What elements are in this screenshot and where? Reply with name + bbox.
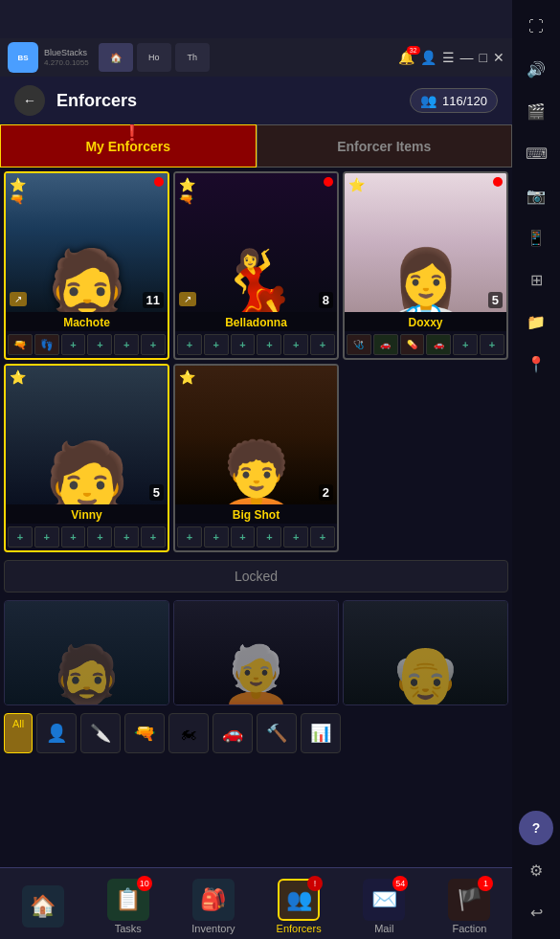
- help-icon[interactable]: ?: [519, 811, 553, 845]
- slot-4-doxxy[interactable]: 🚗: [426, 334, 451, 355]
- level-vinny: 5: [149, 484, 164, 501]
- account-icon[interactable]: 👤: [420, 50, 437, 65]
- minimize-icon[interactable]: —: [460, 50, 474, 65]
- nav-enforcers-label: Enforcers: [277, 923, 322, 934]
- scroll-area[interactable]: ⭐ 🔫 🧔 ↗ 11 Machote 🔫 👣: [0, 168, 512, 891]
- enforcer-card-belladonna[interactable]: ⭐ 🔫 💃 ↗ 8 Belladonna + +: [173, 171, 339, 360]
- slot-5-belladonna[interactable]: +: [283, 334, 308, 355]
- locked-section: Locked: [4, 560, 508, 592]
- slot-2-vinny[interactable]: +: [34, 526, 59, 548]
- tab-my-enforcers[interactable]: ❗ My Enforcers: [0, 124, 257, 168]
- filter-bike[interactable]: 🏍: [168, 713, 209, 753]
- page-header: ← Enforcers 👥 116/120: [0, 77, 512, 124]
- slot-3-doxxy[interactable]: 💊: [400, 334, 425, 355]
- screenshot-icon[interactable]: 📷: [519, 178, 553, 212]
- slot-2-machote[interactable]: 👣: [34, 334, 59, 355]
- slot-2-bigshot[interactable]: +: [204, 526, 229, 548]
- filter-person[interactable]: 👤: [36, 713, 77, 753]
- filter-knife[interactable]: 🔪: [80, 713, 121, 753]
- filter-chart[interactable]: 📊: [301, 713, 341, 753]
- tab-enforcer-items[interactable]: Enforcer Items: [257, 124, 513, 168]
- filter-gun[interactable]: 🔫: [124, 713, 165, 753]
- locked-card-1[interactable]: 🧔: [4, 600, 169, 705]
- slot-5-bigshot[interactable]: +: [283, 526, 308, 548]
- slot-4-belladonna[interactable]: +: [257, 334, 281, 355]
- keyboard-icon[interactable]: ⌨: [519, 136, 553, 170]
- slot-6-machote[interactable]: +: [141, 334, 166, 355]
- enforcer-card-machote[interactable]: ⭐ 🔫 🧔 ↗ 11 Machote 🔫 👣: [4, 171, 169, 360]
- tab-game2[interactable]: Th: [175, 43, 210, 72]
- mail-icon: ✉️: [371, 887, 397, 912]
- locked-card-3[interactable]: 👴: [343, 600, 508, 705]
- slot-6-doxxy[interactable]: +: [480, 334, 504, 355]
- slot-1-belladonna[interactable]: +: [177, 334, 202, 355]
- enforcer-card-vinny[interactable]: ⭐ 🧑 5 Vinny + + + + +: [4, 364, 169, 552]
- filter-bar: All 👤 🔪 🔫 🏍 🚗 🔨: [0, 709, 512, 757]
- enforcer-card-bigshot[interactable]: ⭐ 🧑‍🦱 2 Big Shot + + + +: [173, 364, 339, 552]
- slot-6-bigshot[interactable]: +: [310, 526, 335, 548]
- filter-hammer[interactable]: 🔨: [257, 713, 297, 753]
- slot-4-vinny[interactable]: +: [87, 526, 112, 548]
- folder-icon[interactable]: 📁: [519, 304, 553, 339]
- slot-3-machote[interactable]: +: [61, 334, 86, 355]
- nav-tasks-label: Tasks: [115, 923, 142, 934]
- slot-5-vinny[interactable]: +: [114, 526, 139, 548]
- star-vinny: ⭐: [10, 369, 26, 385]
- volume-icon[interactable]: 🔊: [519, 52, 553, 86]
- slot-5-machote[interactable]: +: [114, 334, 139, 355]
- nav-inventory-label: Inventory: [191, 923, 235, 934]
- red-dot-belladonna: [324, 177, 333, 187]
- faction-icon: 🏴: [457, 887, 482, 912]
- slot-1-bigshot[interactable]: +: [177, 526, 202, 548]
- tab-game1[interactable]: Ho: [137, 43, 171, 72]
- slot-3-vinny[interactable]: +: [61, 526, 86, 548]
- weapon-tl-belladonna: 🔫: [179, 192, 193, 206]
- slot-6-vinny[interactable]: +: [141, 526, 166, 548]
- back-button[interactable]: ←: [14, 85, 45, 116]
- maximize-icon[interactable]: □: [480, 50, 487, 65]
- nav-faction-label: Faction: [452, 923, 486, 934]
- filter-car[interactable]: 🚗: [213, 713, 253, 753]
- slot-1-vinny[interactable]: +: [8, 526, 33, 548]
- notification-icon[interactable]: 🔔 32: [398, 50, 414, 65]
- back-icon[interactable]: ↩: [519, 895, 553, 929]
- gear-icon[interactable]: ⚙: [519, 853, 553, 887]
- slot-3-belladonna[interactable]: +: [231, 334, 256, 355]
- portrait-img-doxxy: 👩‍⚕️: [345, 173, 506, 312]
- tab-home[interactable]: 🏠: [99, 43, 133, 72]
- nav-inventory[interactable]: 🎒 Inventory: [170, 868, 256, 939]
- weapon-tl-machote: 🔫: [10, 192, 24, 206]
- locked-row: 🧔 🧑‍🦳 👴: [0, 596, 512, 709]
- slot-3-bigshot[interactable]: +: [231, 526, 256, 548]
- nav-tasks-icon-wrap: 📋 10: [107, 879, 149, 921]
- close-icon[interactable]: ✕: [493, 50, 504, 65]
- locked-card-2[interactable]: 🧑‍🦳: [173, 600, 339, 705]
- expand-icon[interactable]: ⛶: [519, 10, 553, 44]
- right-sidebar: ⛶ 🔊 🎬 ⌨ 📷 📱 ⊞ 📁 📍 ? ⚙ ↩: [512, 0, 560, 939]
- slot-2-doxxy[interactable]: 🚗: [373, 334, 398, 355]
- export-btn-belladonna[interactable]: ↗: [179, 292, 196, 306]
- nav-mail[interactable]: ✉️ 54 Mail: [342, 868, 427, 939]
- phone-icon[interactable]: 📱: [519, 220, 553, 255]
- nav-faction[interactable]: 🏴 1 Faction: [427, 868, 512, 939]
- slot-1-doxxy[interactable]: 🩺: [347, 334, 371, 355]
- menu-icon[interactable]: ☰: [442, 50, 455, 65]
- slot-4-machote[interactable]: +: [87, 334, 112, 355]
- nav-home[interactable]: 🏠: [0, 868, 85, 939]
- slot-4-bigshot[interactable]: +: [257, 526, 281, 548]
- capacity-icon: 👥: [420, 93, 437, 108]
- nav-tasks[interactable]: 📋 10 Tasks: [85, 868, 170, 939]
- enforcer-card-doxxy[interactable]: ⭐ 👩‍⚕️ 5 Doxxy 🩺 🚗 💊 🚗: [343, 171, 508, 360]
- filter-all[interactable]: All: [4, 713, 33, 753]
- enforcers-grid: ⭐ 🔫 🧔 ↗ 11 Machote 🔫 👣: [0, 168, 512, 556]
- slot-6-belladonna[interactable]: +: [310, 334, 335, 355]
- video-icon[interactable]: 🎬: [519, 94, 553, 128]
- slot-5-doxxy[interactable]: +: [453, 334, 478, 355]
- apps-icon[interactable]: ⊞: [519, 262, 553, 297]
- nav-enforcers[interactable]: 👥 ! Enforcers: [257, 868, 342, 939]
- export-btn-machote[interactable]: ↗: [10, 292, 27, 306]
- location-icon[interactable]: 📍: [519, 347, 553, 381]
- slot-1-machote[interactable]: 🔫: [8, 334, 33, 355]
- tasks-badge: 10: [137, 876, 152, 891]
- slot-2-belladonna[interactable]: +: [204, 334, 229, 355]
